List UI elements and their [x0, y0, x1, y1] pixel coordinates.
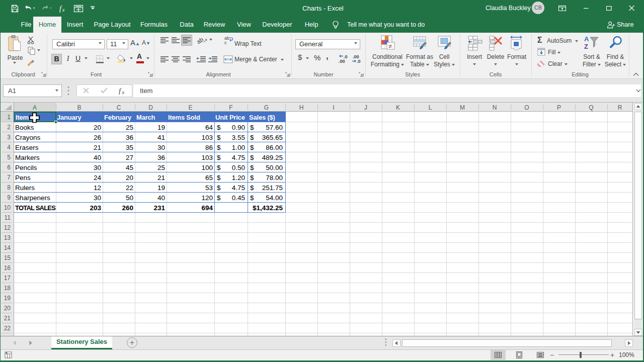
svg-text:21: 21: [94, 144, 101, 151]
svg-text:≠: ≠: [389, 43, 392, 50]
svg-text:2: 2: [7, 124, 11, 131]
svg-text:Z: Z: [584, 43, 588, 50]
svg-text:N: N: [493, 104, 497, 111]
svg-text:36: 36: [157, 154, 165, 161]
svg-text:$: $: [217, 194, 221, 202]
svg-text:P: P: [557, 104, 561, 111]
svg-text:7: 7: [7, 174, 11, 181]
svg-text:$: $: [250, 184, 254, 192]
svg-text:260: 260: [122, 204, 133, 212]
svg-text:45: 45: [126, 164, 133, 171]
svg-text:25: 25: [157, 164, 165, 171]
svg-text:I: I: [333, 104, 334, 111]
svg-text:19: 19: [4, 295, 11, 302]
svg-text:3.55: 3.55: [232, 134, 245, 141]
svg-text:x: x: [122, 89, 125, 95]
svg-text:78.00: 78.00: [266, 174, 283, 182]
svg-text:203: 203: [90, 204, 101, 212]
svg-text:24: 24: [94, 174, 102, 182]
svg-text:ab: ab: [197, 36, 205, 45]
svg-text:12: 12: [4, 224, 11, 231]
svg-text:103: 103: [201, 154, 213, 161]
svg-text:Books: Books: [15, 124, 34, 131]
svg-text:.00: .00: [339, 59, 345, 63]
svg-text:$: $: [250, 144, 254, 151]
svg-text:6: 6: [7, 164, 11, 171]
svg-text:L: L: [429, 104, 432, 111]
svg-text:5: 5: [7, 154, 11, 161]
svg-text:11: 11: [5, 214, 11, 221]
svg-text:86: 86: [205, 144, 213, 151]
svg-text:40: 40: [157, 194, 165, 202]
svg-text:1.20: 1.20: [232, 174, 245, 182]
svg-text:January: January: [57, 114, 82, 121]
svg-text:30: 30: [157, 144, 165, 151]
svg-text:4.75: 4.75: [232, 184, 245, 192]
svg-text:Unit Price: Unit Price: [215, 114, 245, 121]
svg-text:Pencils: Pencils: [15, 164, 37, 171]
svg-text:f: f: [119, 87, 122, 95]
svg-text:100: 100: [201, 164, 213, 171]
svg-text:H: H: [299, 104, 304, 111]
svg-text:8: 8: [7, 184, 11, 191]
svg-text:86.00: 86.00: [266, 144, 283, 151]
svg-text:22: 22: [4, 325, 11, 332]
svg-text:Erasers: Erasers: [15, 144, 39, 151]
svg-text:0.90: 0.90: [232, 124, 245, 131]
svg-text:120: 120: [201, 194, 213, 202]
svg-text:K: K: [396, 104, 400, 111]
svg-text:365.65: 365.65: [262, 134, 283, 141]
svg-text:694: 694: [201, 204, 213, 212]
svg-text:$1,432.25: $1,432.25: [253, 204, 283, 212]
svg-text:E: E: [188, 104, 192, 111]
svg-text:10: 10: [4, 204, 11, 211]
svg-text:57.60: 57.60: [266, 124, 283, 131]
svg-text:March: March: [136, 114, 155, 121]
svg-text:0.45: 0.45: [232, 194, 245, 202]
svg-text:$: $: [217, 164, 221, 171]
svg-text:Crayons: Crayons: [15, 134, 41, 141]
svg-text:$: $: [250, 154, 254, 161]
svg-text:$: $: [217, 174, 221, 182]
svg-text:30: 30: [94, 194, 101, 202]
svg-text:13: 13: [4, 234, 11, 241]
svg-text:26: 26: [94, 134, 101, 141]
svg-text:Pens: Pens: [15, 174, 31, 182]
svg-text:40: 40: [94, 154, 101, 161]
svg-text:27: 27: [126, 154, 133, 161]
svg-text:22: 22: [126, 184, 133, 192]
svg-text:A: A: [33, 104, 37, 111]
svg-text:1: 1: [7, 114, 11, 121]
svg-text:c: c: [224, 40, 227, 45]
svg-text:489.25: 489.25: [262, 154, 283, 161]
svg-text:65: 65: [205, 174, 213, 182]
svg-text:12: 12: [94, 184, 101, 192]
svg-text:4.75: 4.75: [232, 154, 245, 161]
svg-text:$: $: [217, 144, 221, 151]
svg-text:21: 21: [157, 174, 165, 182]
svg-text:x: x: [62, 7, 65, 13]
svg-text:36: 36: [126, 134, 133, 141]
svg-text:$: $: [250, 174, 254, 182]
svg-text:Q: Q: [589, 104, 593, 111]
svg-text:D: D: [148, 104, 153, 111]
svg-text:0.50: 0.50: [232, 164, 245, 171]
svg-text:Sales ($): Sales ($): [249, 114, 275, 121]
svg-text:3: 3: [7, 134, 11, 141]
svg-text:O: O: [524, 104, 529, 111]
svg-text:9: 9: [7, 194, 11, 201]
svg-text:41: 41: [157, 134, 165, 141]
svg-text:G: G: [264, 104, 269, 111]
svg-text:19: 19: [157, 124, 165, 131]
svg-text:$: $: [217, 184, 221, 192]
svg-text:103: 103: [201, 134, 213, 141]
svg-text:17: 17: [4, 275, 11, 282]
svg-text:19: 19: [157, 184, 165, 192]
svg-text:Items Sold: Items Sold: [168, 114, 200, 121]
svg-text:231: 231: [153, 204, 165, 212]
svg-text:35: 35: [126, 144, 133, 151]
svg-text:30: 30: [94, 164, 101, 171]
svg-text:$: $: [250, 134, 254, 141]
svg-text:21: 21: [4, 315, 11, 322]
svg-text:R: R: [618, 104, 622, 111]
